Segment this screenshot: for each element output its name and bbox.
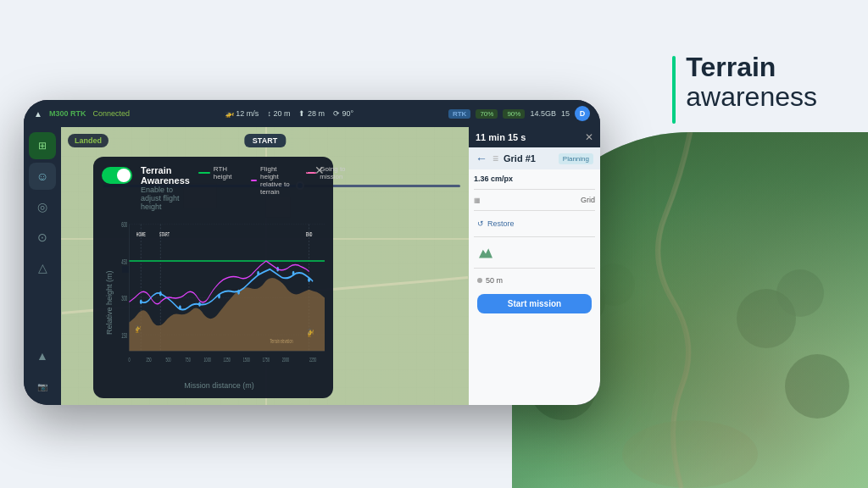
start-badge: START bbox=[244, 134, 286, 147]
sidebar-icon-map[interactable]: ▲ bbox=[29, 342, 56, 369]
svg-text:HOME: HOME bbox=[136, 231, 146, 238]
grid-row: ▦ Grid bbox=[474, 196, 595, 204]
panel-close-btn[interactable]: ✕ bbox=[585, 131, 593, 143]
toggle-switch[interactable] bbox=[102, 167, 132, 184]
back-arrow[interactable]: ← bbox=[476, 152, 487, 165]
status-bar: ▲ M300 RTK Connected 🚁 12 m/s ↕ 20 m ⬆ 2… bbox=[24, 100, 600, 127]
svg-text:2250: 2250 bbox=[309, 356, 317, 363]
distance-row: 50 m bbox=[474, 274, 595, 286]
svg-point-6 bbox=[622, 420, 758, 488]
camera-icon: 📷 bbox=[37, 382, 47, 391]
legend-rth-label: RTH height bbox=[214, 165, 237, 180]
map-area: Landed START ✕ Terrain Awareness bbox=[61, 127, 469, 405]
sidebar-icon-nav[interactable]: △ bbox=[29, 254, 56, 281]
altitude-stat: ↕ 20 m bbox=[267, 109, 290, 118]
svg-text:750: 750 bbox=[186, 356, 192, 363]
y-axis-label: Relative height (m) bbox=[102, 216, 114, 390]
modal-close-btn[interactable]: ✕ bbox=[314, 164, 325, 177]
svg-text:2000: 2000 bbox=[282, 356, 290, 363]
svg-text:0: 0 bbox=[128, 356, 130, 363]
start-mission-btn[interactable]: Start mission bbox=[477, 294, 592, 313]
svg-text:🚁: 🚁 bbox=[135, 321, 141, 334]
status-center: 🚁 12 m/s ↕ 20 m ⬆ 28 m ⟳ 90° bbox=[225, 109, 353, 118]
signal-strength: 15 bbox=[561, 109, 570, 118]
svg-text:450: 450 bbox=[121, 258, 127, 265]
right-panel-body: 1.36 cm/px ▦ Grid ↺ Restore bbox=[469, 169, 600, 405]
phone-device: ▲ M300 RTK Connected 🚁 12 m/s ↕ 20 m ⬆ 2… bbox=[24, 100, 600, 405]
storage-stat: 14.5GB bbox=[530, 109, 556, 118]
landed-badge: Landed bbox=[68, 134, 108, 147]
planning-badge: Planning bbox=[559, 153, 593, 164]
speed-stat: 🚁 12 m/s bbox=[225, 109, 259, 118]
svg-text:END: END bbox=[306, 231, 313, 238]
settings-icon: ⊙ bbox=[37, 230, 47, 244]
grid-title: Grid #1 bbox=[504, 153, 536, 164]
restore-btn[interactable]: ↺ Restore bbox=[474, 217, 595, 230]
svg-text:500: 500 bbox=[165, 356, 171, 363]
user-icon: ☺ bbox=[36, 169, 48, 183]
grid-label-value: Grid bbox=[581, 196, 595, 204]
divider-2 bbox=[474, 210, 595, 211]
svg-text:600: 600 bbox=[121, 221, 127, 229]
drone-name: M300 RTK bbox=[49, 109, 86, 118]
svg-point-39 bbox=[218, 294, 220, 299]
svg-text:1750: 1750 bbox=[263, 356, 270, 363]
svg-text:🚁: 🚁 bbox=[307, 324, 314, 338]
modal-header: Terrain Awareness Enable to adjust fligh… bbox=[102, 165, 325, 211]
dot-indicator bbox=[477, 278, 482, 283]
legend-flight: Flight height relative to terrain bbox=[251, 165, 293, 196]
nav-icon: △ bbox=[38, 261, 47, 274]
modal-title-group: Terrain Awareness Enable to adjust fligh… bbox=[141, 165, 190, 211]
svg-text:150: 150 bbox=[121, 331, 127, 339]
restore-icon: ↺ bbox=[477, 219, 484, 228]
sidebar-icon-circle[interactable]: ◎ bbox=[29, 193, 56, 220]
svg-text:1000: 1000 bbox=[204, 356, 212, 363]
main-area: ⊞ ☺ ◎ ⊙ △ ▲ 📷 bbox=[24, 127, 600, 405]
circle-icon: ◎ bbox=[37, 200, 47, 214]
sidebar-icon-settings[interactable]: ⊙ bbox=[29, 224, 56, 251]
scale-row: 1.36 cm/px bbox=[474, 175, 595, 183]
angle-stat: ⟳ 90° bbox=[333, 109, 353, 118]
svg-text:250: 250 bbox=[146, 356, 152, 363]
svg-point-2 bbox=[737, 289, 796, 348]
grid-icon: ⊞ bbox=[38, 140, 47, 152]
terrain-title-light: awareness bbox=[686, 82, 817, 112]
sidebar-icon-camera[interactable]: 📷 bbox=[29, 373, 56, 400]
svg-point-3 bbox=[776, 269, 824, 317]
svg-point-37 bbox=[179, 305, 181, 310]
sidebar-icon-user[interactable]: ☺ bbox=[29, 163, 56, 190]
sidebar-icon-grid[interactable]: ⊞ bbox=[29, 132, 56, 159]
grid-label-text: ▦ bbox=[474, 197, 481, 204]
svg-point-44 bbox=[308, 277, 310, 282]
divider-4 bbox=[474, 268, 595, 269]
battery2-badge: 90% bbox=[503, 109, 525, 119]
rtk-badge[interactable]: RTK bbox=[448, 109, 470, 119]
x-axis-label: Mission distance (m) bbox=[114, 380, 325, 390]
right-panel-header: 11 min 15 s ✕ bbox=[469, 127, 600, 147]
connection-status: Connected bbox=[92, 109, 130, 118]
terrain-title-area: Terrain awareness bbox=[672, 53, 817, 124]
terrain-title-text: Terrain awareness bbox=[686, 53, 817, 112]
legend-flight-line bbox=[251, 180, 257, 181]
svg-point-41 bbox=[257, 271, 259, 276]
svg-text:1250: 1250 bbox=[224, 356, 231, 363]
height-stat: ⬆ 28 m bbox=[298, 109, 325, 118]
modal-subtitle: Enable to adjust flight height bbox=[141, 186, 190, 211]
legend-mission: Going to mission bbox=[306, 165, 349, 180]
status-right: RTK 70% 90% 14.5GB 15 D bbox=[448, 106, 590, 121]
right-panel: 11 min 15 s ✕ ← ≡ Grid #1 Planning 1.36 … bbox=[469, 127, 600, 405]
green-accent-bar bbox=[672, 56, 676, 124]
svg-point-40 bbox=[237, 290, 240, 295]
svg-text:300: 300 bbox=[121, 295, 127, 302]
svg-point-38 bbox=[198, 302, 201, 307]
modal-title: Terrain Awareness bbox=[141, 165, 190, 186]
svg-point-35 bbox=[140, 299, 142, 304]
scale-value: 1.36 cm/px bbox=[474, 175, 513, 183]
map-icon: ▲ bbox=[36, 349, 48, 363]
legend-rth: RTH height bbox=[198, 165, 237, 180]
mission-time: 11 min 15 s bbox=[476, 132, 526, 142]
mountain-icon bbox=[477, 246, 494, 259]
sidebar: ⊞ ☺ ◎ ⊙ △ ▲ 📷 bbox=[24, 127, 61, 405]
avatar[interactable]: D bbox=[575, 106, 590, 121]
divider-1 bbox=[474, 189, 595, 190]
